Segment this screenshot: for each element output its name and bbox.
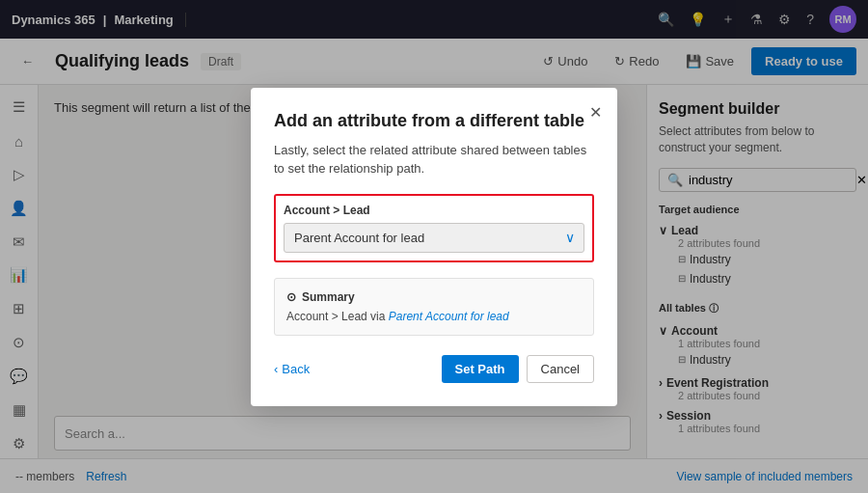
back-button[interactable]: ‹ Back xyxy=(274,362,310,376)
modal-description: Lastly, select the related attribute sha… xyxy=(274,141,594,178)
back-chevron-icon: ‹ xyxy=(274,362,278,376)
modal-title: Add an attribute from a different table xyxy=(274,111,594,131)
summary-italic: Parent Account for lead xyxy=(389,310,509,323)
summary-title: ⊙ Summary xyxy=(286,290,582,304)
summary-text: Account > Lead via Parent Account for le… xyxy=(286,310,582,323)
summary-icon: ⊙ xyxy=(286,290,296,304)
modal-close-button[interactable]: ✕ xyxy=(589,103,602,122)
modal-footer: ‹ Back Set Path Cancel xyxy=(274,355,594,383)
modal-footer-actions: Set Path Cancel xyxy=(442,355,594,383)
cancel-button[interactable]: Cancel xyxy=(527,355,594,383)
modal-summary: ⊙ Summary Account > Lead via Parent Acco… xyxy=(274,278,594,336)
modal-select-label: Account > Lead xyxy=(284,204,584,217)
modal-dialog: ✕ Add an attribute from a different tabl… xyxy=(251,88,617,406)
set-path-button[interactable]: Set Path xyxy=(442,355,519,383)
modal-overlay: ✕ Add an attribute from a different tabl… xyxy=(0,0,868,493)
modal-select-section: Account > Lead Parent Account for lead ∨ xyxy=(274,194,594,262)
relationship-select[interactable]: Parent Account for lead xyxy=(284,223,584,253)
select-wrapper: Parent Account for lead ∨ xyxy=(284,223,584,253)
